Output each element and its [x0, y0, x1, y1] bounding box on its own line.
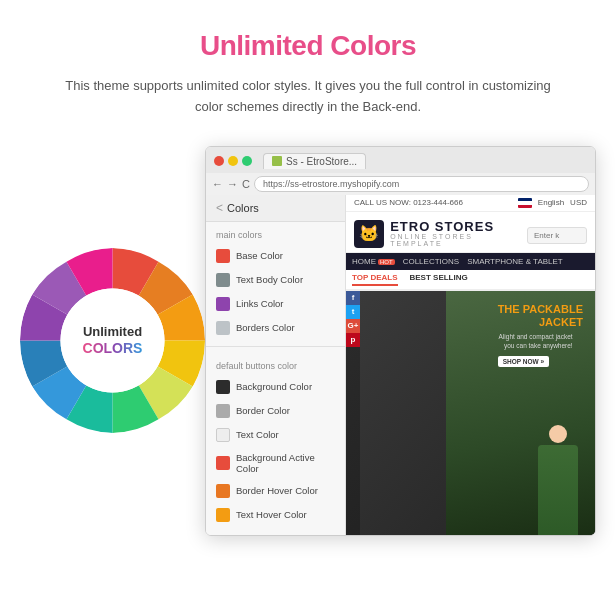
browser-dots: [214, 156, 252, 166]
page-title: Unlimited Colors: [20, 30, 596, 62]
dot-maximize[interactable]: [242, 156, 252, 166]
color-label-text-btn: Text Color: [236, 429, 279, 440]
store-currency: USD: [570, 198, 587, 207]
color-label-bg-active: Background Active Color: [236, 452, 335, 474]
color-label-bg: Background Color: [236, 381, 312, 392]
color-item-bg-active: Background Active Color: [206, 447, 345, 479]
social-bar: f t G+ p: [346, 291, 360, 535]
panel-back-arrow[interactable]: <: [216, 201, 223, 215]
refresh-button[interactable]: C: [242, 178, 250, 190]
section-buttons-label: default buttons color: [206, 353, 345, 375]
person-head: [549, 425, 567, 443]
color-item-bg: Background Color: [206, 375, 345, 399]
store-logo-cat-icon: 🐱: [359, 224, 379, 243]
store-topbar: CALL US NOW: 0123-444-666 English USD: [346, 195, 595, 212]
address-bar[interactable]: https://ss-etrostore.myshopify.com: [254, 176, 589, 192]
wheel-center-label: Unlimited COLORS: [68, 296, 158, 386]
color-label-border-hover: Border Hover Color: [236, 485, 318, 496]
secondary-nav-top-deals[interactable]: TOP DEALS: [352, 273, 398, 286]
color-swatch-borders[interactable]: [216, 321, 230, 335]
color-wheel: Unlimited COLORS: [20, 248, 205, 433]
secondary-nav-best-selling[interactable]: BEST SELLING: [410, 273, 468, 286]
nav-item-home[interactable]: HOME: [352, 257, 395, 266]
store-topbar-phone: CALL US NOW: 0123-444-666: [354, 198, 463, 207]
flag-icon: [518, 198, 532, 208]
color-swatch-base[interactable]: [216, 249, 230, 263]
page-container: Unlimited Colors This theme supports unl…: [0, 0, 616, 556]
store-logo: 🐱: [354, 220, 384, 248]
colors-panel: < Colors main colors Base Color Text Bod…: [206, 195, 346, 535]
panel-title: Colors: [227, 202, 259, 214]
color-label-base: Base Color: [236, 250, 283, 261]
store-main-nav: HOME COLLECTIONS SMARTPHONE & TABLET: [346, 253, 595, 270]
page-subtitle: This theme supports unlimited color styl…: [58, 76, 558, 118]
browser-titlebar: Ss - EtroStore...: [206, 147, 595, 173]
divider: [206, 346, 345, 347]
browser-navbar: ← → C https://ss-etrostore.myshopify.com: [206, 173, 595, 195]
color-item-borders: Borders Color: [206, 316, 345, 340]
store-search-input[interactable]: [527, 227, 587, 244]
social-twitter[interactable]: t: [346, 305, 360, 319]
store-tagline: ONLINE STORES TEMPLATE: [390, 233, 521, 247]
browser-content: < Colors main colors Base Color Text Bod…: [206, 195, 595, 535]
wheel-text-colors: COLORS: [83, 340, 143, 357]
nav-item-collections[interactable]: COLLECTIONS: [403, 257, 459, 266]
store-lang: English: [538, 198, 564, 207]
tab-label: Ss - EtroStore...: [286, 156, 357, 167]
wheel-text-unlimited: Unlimited: [83, 324, 142, 340]
store-branding: 🐱 ETRO STORES ONLINE STORES TEMPLATE: [346, 212, 595, 253]
color-item-base: Base Color: [206, 244, 345, 268]
browser-mockup: Ss - EtroStore... ← → C https://ss-etros…: [205, 146, 596, 536]
color-swatch-text-btn[interactable]: [216, 428, 230, 442]
color-swatch-links[interactable]: [216, 297, 230, 311]
color-item-border-hover: Border Hover Color: [206, 479, 345, 503]
store-search-area: [527, 224, 587, 244]
dot-close[interactable]: [214, 156, 224, 166]
color-swatch-bg-active[interactable]: [216, 456, 230, 470]
store-hero: f t G+ p: [346, 291, 595, 535]
social-googleplus[interactable]: G+: [346, 319, 360, 333]
section-main-label: main colors: [206, 222, 345, 244]
back-button[interactable]: ←: [212, 178, 223, 190]
shopify-icon: [272, 156, 282, 166]
nav-item-smartphone[interactable]: SMARTPHONE & TABLET: [467, 257, 563, 266]
content-area: Unlimited COLORS Ss - EtroStore... ←: [20, 146, 596, 536]
store-secondary-nav: TOP DEALS BEST SELLING: [346, 270, 595, 291]
color-swatch-border-hover[interactable]: [216, 484, 230, 498]
color-swatch-border[interactable]: [216, 404, 230, 418]
color-label-text-body: Text Body Color: [236, 274, 303, 285]
store-name: ETRO STORES: [390, 220, 521, 233]
color-label-border: Border Color: [236, 405, 290, 416]
color-swatch-bg[interactable]: [216, 380, 230, 394]
dot-minimize[interactable]: [228, 156, 238, 166]
hero-subtitle: Alight and compact jacket you can take a…: [498, 332, 573, 350]
store-panel: CALL US NOW: 0123-444-666 English USD 🐱 …: [346, 195, 595, 535]
hero-person: [530, 425, 585, 535]
color-item-text-hover: Text Hover Color: [206, 503, 345, 527]
color-label-text-hover: Text Hover Color: [236, 509, 307, 520]
color-item-text-btn: Text Color: [206, 423, 345, 447]
color-item-text-body: Text Body Color: [206, 268, 345, 292]
social-facebook[interactable]: f: [346, 291, 360, 305]
hero-title: THE PACKABLEJACKET: [498, 303, 583, 329]
browser-tab[interactable]: Ss - EtroStore...: [263, 153, 366, 169]
color-item-border: Border Color: [206, 399, 345, 423]
color-item-links: Links Color: [206, 292, 345, 316]
panel-header: < Colors: [206, 195, 345, 222]
store-name-block: ETRO STORES ONLINE STORES TEMPLATE: [390, 220, 521, 247]
color-swatch-text-body[interactable]: [216, 273, 230, 287]
color-swatch-text-hover[interactable]: [216, 508, 230, 522]
hero-shop-btn[interactable]: SHOP NOW »: [498, 356, 549, 367]
person-body: [538, 445, 578, 535]
forward-button[interactable]: →: [227, 178, 238, 190]
hero-text-block: THE PACKABLEJACKET Alight and compact ja…: [498, 303, 583, 369]
color-label-borders: Borders Color: [236, 322, 295, 333]
social-pinterest[interactable]: p: [346, 333, 360, 347]
color-label-links: Links Color: [236, 298, 284, 309]
